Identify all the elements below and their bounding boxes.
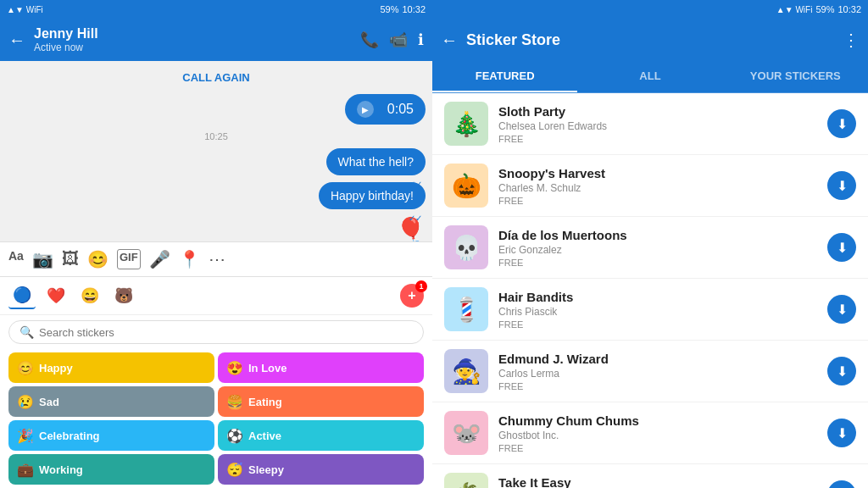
store-title: Sticker Store	[466, 31, 834, 49]
call-again-banner[interactable]: CALL AGAIN	[7, 68, 426, 87]
clock: 10:32	[402, 4, 426, 14]
photo-button[interactable]: 🖼	[62, 249, 79, 269]
download-button[interactable]: ⬇	[827, 233, 856, 262]
store-tab-all[interactable]: ALL	[577, 61, 722, 92]
category-label: Sad	[39, 396, 59, 408]
category-label: In Love	[248, 362, 287, 374]
play-button[interactable]: ▶	[357, 101, 374, 118]
store-item-name: Sloth Party	[498, 104, 817, 119]
location-button[interactable]: 📍	[179, 249, 200, 269]
voice-time: 0:05	[387, 102, 414, 117]
sticker-tabs: 🔵 ❤️ 😄 🐻 + 1	[0, 277, 432, 315]
sticker-category-in-love[interactable]: 😍In Love	[218, 352, 424, 383]
store-item-info: Hair Bandits Chris Piascik FREE	[498, 290, 817, 330]
add-icon: +	[408, 288, 415, 303]
download-button[interactable]: ⬇	[827, 295, 856, 324]
video-icon[interactable]: 📹	[389, 30, 408, 49]
store-item-author: Chris Piascik	[498, 306, 817, 318]
download-button[interactable]: ⬇	[827, 357, 856, 385]
search-icon: 🔍	[19, 325, 34, 339]
camera-button[interactable]: 📷	[32, 249, 53, 269]
store-status-bar: ▲▼ WiFi 59% 10:32	[432, 0, 868, 19]
store-more-button[interactable]: ⋮	[843, 30, 860, 50]
sticker-tab-bear[interactable]: 🐻	[110, 282, 137, 309]
sticker-search-input[interactable]	[39, 326, 413, 339]
category-icon: 💼	[17, 462, 34, 478]
call-icon[interactable]: 📞	[360, 30, 379, 49]
category-icon: 🍔	[226, 394, 243, 410]
store-item-info: Día de los Muertoons Eric Gonzalez FREE	[498, 228, 817, 268]
store-item-name: Día de los Muertoons	[498, 228, 817, 242]
sticker-category-sad[interactable]: 😢Sad	[8, 386, 214, 417]
store-item-info: Take It Easy Pablo Delcielo FREE	[498, 475, 817, 489]
store-item: 💈 Hair Bandits Chris Piascik FREE ⬇	[432, 279, 868, 341]
sticker-tab-blue[interactable]: 🔵	[8, 282, 36, 309]
sticker-tab-smiley[interactable]: 😄	[76, 282, 103, 309]
store-item-thumb: 💈	[444, 287, 488, 331]
category-label: Working	[39, 463, 83, 476]
more-button[interactable]: ⋯	[209, 249, 225, 269]
store-item: 🌴 Take It Easy Pablo Delcielo FREE ⬇	[432, 464, 868, 488]
store-item-info: Snoopy's Harvest Charles M. Schulz FREE	[498, 166, 817, 206]
timestamp: 10:25	[7, 131, 426, 141]
contact-info: Jenny Hill Active now	[34, 26, 352, 53]
store-item-thumb: 🎃	[444, 164, 488, 208]
sticker-search-bar: 🔍	[8, 320, 424, 344]
voice-message-bubble: ▶ 0:05	[345, 94, 426, 125]
store-item-price: FREE	[498, 381, 817, 391]
sticker-category-happy[interactable]: 😊Happy	[8, 352, 214, 383]
store-signal-icon: ▲▼ WiFi	[776, 5, 813, 14]
store-item-price: FREE	[498, 443, 817, 453]
emoji-button[interactable]: 😊	[87, 249, 108, 269]
sticker-category-eating[interactable]: 🍔Eating	[218, 386, 424, 417]
sticker-add-button[interactable]: + 1	[400, 284, 424, 308]
store-item: 💀 Día de los Muertoons Eric Gonzalez FRE…	[432, 217, 868, 279]
category-icon: 😴	[226, 462, 243, 478]
back-button[interactable]: ←	[8, 30, 25, 50]
store-back-button[interactable]: ←	[441, 30, 458, 50]
download-button[interactable]: ⬇	[827, 171, 856, 200]
store-item-thumb: 🌴	[444, 473, 488, 488]
store-item-info: Chummy Chum Chums Ghostbot Inc. FREE	[498, 413, 817, 453]
battery-level: 59%	[380, 4, 398, 14]
store-item-info: Sloth Party Chelsea Loren Edwards FREE	[498, 104, 817, 144]
header-icons: 📞 📹 ℹ	[360, 30, 424, 49]
status-bar-left: ▲▼ WiFi	[7, 5, 376, 14]
store-list: 🎄 Sloth Party Chelsea Loren Edwards FREE…	[432, 93, 868, 488]
mic-button[interactable]: 🎤	[149, 249, 170, 269]
store-item-price: FREE	[498, 258, 817, 268]
store-item-name: Take It Easy	[498, 475, 817, 489]
aa-button[interactable]: Aa	[8, 249, 24, 269]
download-button[interactable]: ⬇	[827, 109, 856, 138]
store-item: 🧙 Edmund J. Wizard Carlos Lerma FREE ⬇	[432, 341, 868, 402]
download-button[interactable]: ⬇	[827, 480, 856, 488]
store-tab-your-stickers[interactable]: YOUR STICKERS	[723, 61, 868, 92]
sticker-category-celebrating[interactable]: 🎉Celebrating	[8, 420, 214, 451]
category-label: Eating	[248, 396, 282, 408]
chat-bubble-1: What the hell?	[326, 148, 426, 175]
info-icon[interactable]: ℹ	[418, 30, 424, 49]
store-clock: 10:32	[837, 4, 861, 14]
chat-area: CALL AGAIN ▶ 0:05 10:25 What the hell? H…	[0, 61, 432, 241]
category-icon: 😢	[17, 394, 34, 410]
category-label: Celebrating	[39, 430, 100, 442]
store-tabs: FEATUREDALLYOUR STICKERS	[432, 61, 868, 93]
download-button[interactable]: ⬇	[827, 419, 856, 447]
sticker-tab-heart[interactable]: ❤️	[42, 282, 70, 309]
gif-button[interactable]: GIF	[117, 249, 141, 269]
contact-name: Jenny Hill	[34, 26, 352, 42]
category-label: Happy	[39, 362, 73, 374]
signal-icon: ▲▼	[7, 5, 24, 14]
store-item: 🎄 Sloth Party Chelsea Loren Edwards FREE…	[432, 93, 868, 155]
sticker-category-working[interactable]: 💼Working	[8, 454, 214, 485]
store-item-price: FREE	[498, 134, 817, 144]
store-item-author: Carlos Lerma	[498, 368, 817, 380]
store-item-info: Edmund J. Wizard Carlos Lerma FREE	[498, 352, 817, 391]
store-item-thumb: 💀	[444, 225, 488, 269]
store-item-author: Chelsea Loren Edwards	[498, 120, 817, 132]
sticker-badge: 1	[415, 280, 427, 292]
sticker-category-sleepy[interactable]: 😴Sleepy	[218, 454, 424, 485]
sticker-category-active[interactable]: ⚽Active	[218, 420, 424, 451]
store-tab-featured[interactable]: FEATURED	[432, 61, 577, 92]
store-header: ← Sticker Store ⋮	[432, 19, 868, 61]
